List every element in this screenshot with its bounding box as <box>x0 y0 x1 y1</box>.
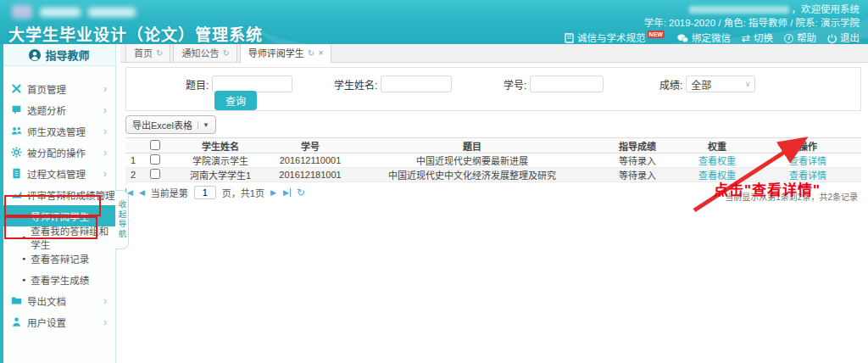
score-select[interactable]: 全部 ∨ <box>686 75 755 92</box>
sidebar-subitem-student-grades[interactable]: ● 查看学生成绩 <box>3 269 115 290</box>
document-icon <box>11 168 22 179</box>
info-icon: i <box>784 34 793 43</box>
sidebar-subitem-defense-records[interactable]: ● 查看答辩记录 <box>3 248 115 269</box>
col-actions: 操作 <box>754 138 861 154</box>
sidebar-item-review-defense-grades[interactable]: 评审答辩和成绩管理 ∨ <box>3 184 115 205</box>
sidebar-item-homepage[interactable]: 首页管理 › <box>3 78 115 99</box>
student-name: 河南大学学生1 <box>170 168 271 182</box>
student-id: 201612181001 <box>271 168 349 182</box>
help-link[interactable]: i 帮助 <box>784 31 816 44</box>
chat-icon <box>11 104 22 115</box>
tab-refresh-icon[interactable]: ↻ <box>308 48 314 58</box>
bind-wechat-link[interactable]: 绑定微信 <box>677 31 731 44</box>
page-label-suffix: 页，共1页 <box>222 186 264 199</box>
chevron-down-icon: ∨ <box>101 191 107 199</box>
search-button[interactable]: 查询 <box>214 91 257 110</box>
filter-score-group: 成绩: 全部 ∨ <box>659 75 755 92</box>
col-weight: 权重 <box>680 138 754 154</box>
integrity-link[interactable]: 诚信与学术规范 NEW <box>565 31 666 44</box>
sidebar-item-mutual-selection[interactable]: 师生双选管理 › <box>3 120 115 142</box>
refresh-icon[interactable]: ↻ <box>297 187 305 198</box>
row-checkbox[interactable] <box>150 169 160 179</box>
export-excel-button[interactable]: 导出Excel表格 ▼ <box>125 115 216 134</box>
title-label: 题目: <box>186 77 209 92</box>
col-guidance-score: 指导成绩 <box>595 138 680 154</box>
next-page-button[interactable]: ▶ <box>270 188 276 197</box>
student-id: 201612110001 <box>271 154 349 168</box>
student-name-label: 学生姓名: <box>334 77 377 92</box>
page-input[interactable] <box>194 186 216 199</box>
student-id-label: 学号: <box>504 77 526 92</box>
welcome-text: ，欢迎使用系统 <box>792 4 860 14</box>
student-name-input[interactable] <box>381 75 452 92</box>
view-details-link[interactable]: 查看详情 <box>789 156 826 166</box>
logo-text-blur <box>40 8 81 17</box>
tab-notices[interactable]: 通知公告 ↻ <box>173 42 236 62</box>
page-title: 大学生毕业设计（论文）管理系统 <box>8 22 263 44</box>
view-weight-link[interactable]: 查看权重 <box>698 156 736 166</box>
select-chevron-icon: ∨ <box>745 80 751 88</box>
tab-close-icon[interactable]: × <box>318 47 323 58</box>
logo-text-blur <box>88 8 136 17</box>
view-weight-link[interactable]: 查看权重 <box>698 170 736 181</box>
power-icon <box>827 34 837 43</box>
collapse-nav-toggle[interactable]: 收起导航 <box>115 190 129 249</box>
sidebar-item-process-documents[interactable]: 过程文档管理 › <box>3 163 115 184</box>
last-page-button[interactable]: ▶ <box>282 188 291 197</box>
logout-link[interactable]: 退出 <box>827 31 860 44</box>
row-number: 1 <box>125 154 141 168</box>
table-row: 2 河南大学学生1 201612181001 中国近现代史中文化经济发展整理及研… <box>125 168 861 182</box>
username-blur <box>689 6 789 14</box>
sidebar-role-header: 指导教师 <box>3 44 115 66</box>
page-label-prefix: 当前是第 <box>151 186 188 199</box>
sidebar-item-assigned-operations[interactable]: 被分配的操作 › <box>3 142 115 163</box>
table-header-row: 学生姓名 学号 题目 指导成绩 权重 操作 <box>125 138 861 154</box>
prev-page-button[interactable]: ◀ <box>139 188 145 197</box>
tab-refresh-icon[interactable]: ↻ <box>222 48 229 58</box>
sidebar-subitem-my-defense-group[interactable]: ● 查看我的答辩组和学生 <box>3 226 115 248</box>
folder-icon <box>11 295 22 306</box>
logo-mark <box>12 5 32 19</box>
tab-refresh-icon[interactable]: ↻ <box>156 48 163 58</box>
chevron-right-icon: › <box>103 126 107 137</box>
user-circle-icon <box>29 49 41 61</box>
score-label: 成绩: <box>659 77 682 92</box>
bullet-icon: ● <box>22 255 25 261</box>
tab-tutor-review-students[interactable]: 导师评阅学生 ↻ × <box>240 42 331 63</box>
bullet-icon: ● <box>22 234 25 240</box>
caret-down-icon: ▼ <box>198 121 209 129</box>
view-details-link[interactable]: 查看详情 <box>789 170 826 181</box>
book-icon <box>565 33 574 43</box>
users-icon <box>11 126 22 137</box>
sidebar-item-topic-analysis[interactable]: 选题分析 › <box>3 99 115 120</box>
toolbar-row: 导出Excel表格 ▼ <box>125 115 861 134</box>
filter-name-group: 学生姓名: <box>334 75 452 92</box>
tab-bar: 首页 ↻ 通知公告 ↻ 导师评阅学生 ↻ × <box>120 44 868 63</box>
chevron-right-icon: › <box>103 83 107 95</box>
sidebar-item-user-settings[interactable]: 用户设置 › <box>3 311 115 332</box>
filter-panel: 题目: 学生姓名: 学号: 成绩: 全部 ∨ <box>125 67 861 111</box>
chevron-right-icon: › <box>103 316 107 328</box>
record-count-info: 当前显示从第1条到2条，共2条记录 <box>725 190 858 203</box>
gear-icon <box>11 147 22 158</box>
chevron-right-icon: › <box>103 168 107 180</box>
app-window: 大学生毕业设计（论文）管理系统 ，欢迎使用系统 学年: 2019-2020 / … <box>0 0 868 363</box>
row-checkbox[interactable] <box>150 154 160 165</box>
sidebar-menu: 首页管理 › 选题分析 › 师生双选管理 › 被分配的操作 › 过程文档管理 <box>3 78 115 332</box>
switch-role-link[interactable]: ⇄ 切换 <box>742 31 773 44</box>
select-all-checkbox[interactable] <box>150 140 160 150</box>
chart-icon <box>11 189 22 200</box>
welcome-line: ，欢迎使用系统 <box>565 3 860 16</box>
main-area: 首页 ↻ 通知公告 ↻ 导师评阅学生 ↻ × 题目: 学生姓名: <box>120 44 868 363</box>
session-meta: 学年: 2019-2020 / 角色: 指导教师 / 院系: 演示学院 <box>565 16 860 30</box>
student-id-input[interactable] <box>530 75 604 92</box>
tab-home[interactable]: 首页 ↻ <box>125 42 170 62</box>
tools-icon <box>11 83 22 94</box>
thesis-title: 中国近现代史纲要最新进展 <box>349 154 595 168</box>
chevron-right-icon: › <box>103 147 107 159</box>
guidance-score: 等待录入 <box>595 168 680 182</box>
sidebar-item-export-documents[interactable]: 导出文档 › <box>3 290 115 311</box>
app-header: 大学生毕业设计（论文）管理系统 ，欢迎使用系统 学年: 2019-2020 / … <box>0 0 868 44</box>
title-input[interactable] <box>212 75 292 92</box>
bullet-icon: ● <box>22 213 25 219</box>
